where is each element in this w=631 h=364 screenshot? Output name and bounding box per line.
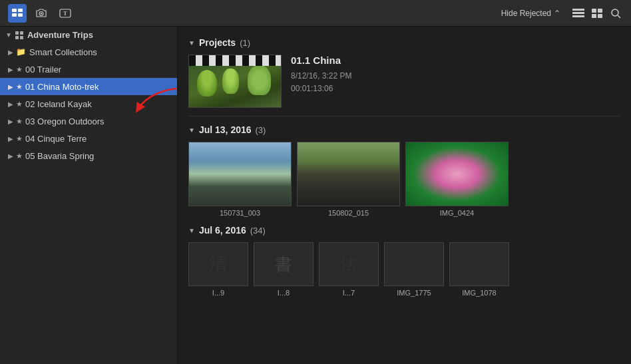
svg-rect-2 [12,13,17,17]
svg-point-5 [41,13,42,14]
photo-label-jul6-0: I...9 [212,289,224,297]
divider-1 [188,116,620,116]
title-icon[interactable]: T [56,4,75,23]
toolbar-right: Hide Rejected ⌃ [501,6,623,21]
group-chevron: ▼ [5,31,12,39]
svg-rect-19 [15,36,19,39]
jul13-chevron[interactable]: ▼ [188,126,195,134]
camera-icon[interactable] [32,4,51,23]
group-label: Adventure Trips [27,30,93,40]
photo-label-0: 150731_003 [220,209,260,217]
libraries-icon[interactable] [8,4,27,23]
toolbar: T Hide Rejected ⌃ [0,0,631,27]
grid-view-icon[interactable] [590,6,604,21]
sidebar-item-03-oregon-outdoors[interactable]: ▶ ★ 03 Oregon Outdoors [0,112,177,130]
svg-line-16 [618,15,620,18]
svg-rect-18 [20,31,23,35]
jul6-title: Jul 6, 2016 (34) [199,225,266,236]
svg-rect-1 [18,9,23,12]
svg-rect-9 [572,12,584,14]
photo-thumb-calligraphy3: 法 [319,242,379,286]
project-info: 01.1 China 8/12/16, 3:22 PM 00:01:13:06 [291,55,620,95]
sidebar-item-00-trailer[interactable]: ▶ ★ 00 Trailer [0,61,177,78]
jul13-section-header: ▼ Jul 13, 2016 (3) [188,124,620,135]
sidebar-item-02-iceland-kayak[interactable]: ▶ ★ 02 Iceland Kayak [0,95,177,112]
project-meta: 8/12/16, 3:22 PM 00:01:13:06 [291,70,620,95]
photo-item-i7[interactable]: 法 I...7 [319,242,379,297]
photo-thumb-mountain [188,142,292,206]
svg-rect-13 [592,14,596,18]
svg-rect-20 [20,36,23,39]
photo-thumb-calligraphy1: 清 [188,242,248,286]
photo-thumb-landscape2 [449,242,509,286]
star-icon-03: ★ [16,117,23,126]
photo-thumb-flower [405,142,509,206]
star-icon-05: ★ [16,152,23,160]
svg-rect-12 [598,9,602,13]
photo-item-img1078[interactable]: IMG_1078 [449,242,509,297]
photo-item-150731003[interactable]: 150731_003 [188,142,292,217]
jul13-title: Jul 13, 2016 (3) [199,124,266,135]
svg-rect-14 [598,14,602,18]
sidebar-item-04-cinque-terre[interactable]: ▶ ★ 04 Cinque Terre [0,130,177,147]
project-name: 01.1 China [291,55,620,66]
hide-rejected-button[interactable]: Hide Rejected ⌃ [501,9,560,18]
photo-thumb-landscape1 [384,242,444,286]
photo-label-jul6-2: I...7 [343,289,355,297]
photo-label-1: 150802_015 [328,209,369,217]
projects-chevron[interactable]: ▼ [188,39,195,47]
content-area: ▼ Projects (1) 01.1 China 8/12/16, 3:22 … [178,27,631,364]
photo-label-jul6-3: IMG_1775 [397,289,431,297]
photo-item-150802015[interactable]: 150802_015 [297,142,400,217]
projects-title: Projects (1) [199,37,250,48]
jul6-photo-grid: 清 I...9 書 I...8 法 I...7 IMG_1775 IMG_107… [188,242,620,297]
view-icons [571,6,623,21]
sidebar-item-01-china-moto-trek[interactable]: ▶ ★ 01 China Moto-trek [0,78,177,95]
photo-item-img1775[interactable]: IMG_1775 [384,242,444,297]
star-icon-01: ★ [16,83,23,91]
search-icon[interactable] [608,6,623,21]
grid-icon [15,31,24,40]
toolbar-left: T [8,4,75,23]
svg-rect-11 [592,9,596,13]
jul6-chevron[interactable]: ▼ [188,227,195,234]
svg-rect-3 [18,13,23,17]
svg-rect-17 [15,31,19,35]
star-icon-04: ★ [16,134,23,143]
svg-point-15 [612,9,618,16]
list-view-icon[interactable] [571,6,586,21]
svg-rect-0 [12,9,17,12]
photo-label-2: IMG_0424 [440,209,474,217]
star-icon-00: ★ [16,65,23,74]
photo-thumb-road [297,142,400,206]
project-item-china[interactable]: 01.1 China 8/12/16, 3:22 PM 00:01:13:06 [188,55,620,108]
svg-rect-8 [572,9,584,11]
svg-text:T: T [63,11,67,17]
svg-rect-10 [572,15,584,17]
photo-label-jul6-1: I...8 [278,289,290,297]
photo-label-jul6-4: IMG_1078 [462,289,496,297]
photo-thumb-calligraphy2: 書 [254,242,314,286]
sidebar-item-05-bavaria-spring[interactable]: ▶ ★ 05 Bavaria Spring [0,147,177,164]
jul6-section-header: ▼ Jul 6, 2016 (34) [188,225,620,236]
folder-icon: 📁 [16,47,26,57]
sidebar-item-smart-collections[interactable]: ▶ 📁 Smart Collections [0,43,177,61]
main-layout: ▼ Adventure Trips ▶ 📁 Smart Collections … [0,27,631,364]
photo-item-i8[interactable]: 書 I...8 [254,242,314,297]
projects-section-header: ▼ Projects (1) [188,37,620,48]
project-thumbnail [188,55,282,108]
sidebar-group-adventure-trips[interactable]: ▼ Adventure Trips [0,27,177,43]
jul13-photo-grid: 150731_003 150802_015 IMG_0424 [188,142,620,217]
sidebar: ▼ Adventure Trips ▶ 📁 Smart Collections … [0,27,178,364]
star-icon-02: ★ [16,100,23,108]
photo-item-i9[interactable]: 清 I...9 [188,242,248,297]
photo-item-img0424[interactable]: IMG_0424 [405,142,509,217]
